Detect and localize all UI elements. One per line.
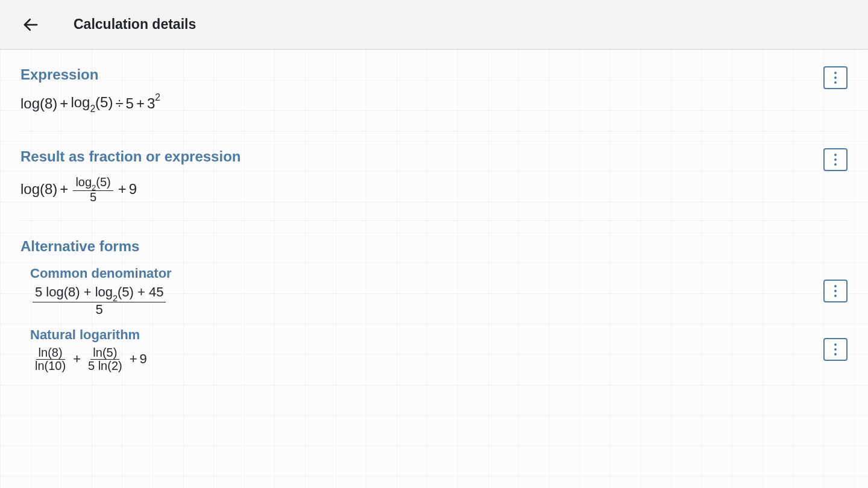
- natural-log-math: ln(8) ln(10) + ln(5) 5 ln(2) + 9: [30, 346, 848, 372]
- res-frac-num: log2(5): [73, 176, 113, 192]
- expr-three-sq: 32: [147, 95, 160, 113]
- app-header: Calculation details: [0, 0, 868, 49]
- page-title: Calculation details: [74, 16, 196, 33]
- common-denominator-menu-button[interactable]: [823, 280, 848, 302]
- section-result: Result as fraction or expression log(8) …: [20, 131, 848, 222]
- alt-natural-log: Natural logarithm ln(8) ln(10) + ln(5) 5…: [20, 327, 848, 372]
- expr-plus2: +: [134, 95, 147, 113]
- res-plus2: +: [116, 181, 129, 198]
- nl-plus1: +: [71, 351, 83, 367]
- more-vertical-icon: [834, 343, 837, 346]
- res-log8: log(8): [20, 181, 57, 198]
- alternative-heading: Alternative forms: [20, 238, 848, 255]
- common-denominator-heading: Common denominator: [30, 266, 848, 281]
- cd-num: 5 log(8) + log2(5) + 45: [33, 285, 166, 302]
- common-denominator-math: 5 log(8) + log2(5) + 45 5: [30, 285, 848, 316]
- section-expression: Expression log(8) + log2(5) ÷ 5 + 32: [20, 49, 848, 131]
- res-fraction: log2(5) 5: [73, 176, 113, 204]
- more-vertical-icon: [834, 154, 837, 156]
- nl-plus2: +: [127, 351, 140, 367]
- result-math: log(8) + log2(5) 5 + 9: [20, 176, 848, 204]
- natural-log-heading: Natural logarithm: [30, 327, 848, 343]
- natural-log-menu-button[interactable]: [823, 338, 848, 361]
- nl-nine: 9: [140, 351, 147, 367]
- expr-five: 5: [126, 95, 134, 113]
- result-heading: Result as fraction or expression: [20, 148, 848, 165]
- expr-div: ÷: [113, 95, 125, 113]
- expr-log2-5: log2(5): [71, 94, 113, 114]
- res-frac-den: 5: [87, 191, 99, 204]
- res-nine: 9: [129, 181, 137, 198]
- expr-plus1: +: [57, 95, 71, 113]
- more-vertical-icon: [834, 285, 837, 287]
- res-plus1: +: [57, 181, 71, 198]
- expression-math: log(8) + log2(5) ÷ 5 + 32: [20, 94, 848, 114]
- more-vertical-icon: [834, 72, 837, 74]
- cd-den: 5: [93, 302, 105, 316]
- section-alternative: Alternative forms Common denominator 5 l…: [20, 221, 848, 389]
- nl-frac1: ln(8) ln(10): [33, 346, 68, 372]
- nl-frac2: ln(5) 5 ln(2): [86, 346, 125, 372]
- expression-heading: Expression: [20, 66, 848, 83]
- alt-common-denominator: Common denominator 5 log(8) + log2(5) + …: [20, 266, 848, 316]
- expression-menu-button[interactable]: [823, 66, 848, 89]
- result-menu-button[interactable]: [823, 148, 848, 171]
- arrow-left-icon: [22, 16, 40, 34]
- content-area: Expression log(8) + log2(5) ÷ 5 + 32 Res…: [0, 49, 868, 389]
- cd-fraction: 5 log(8) + log2(5) + 45 5: [33, 285, 166, 316]
- expr-log8: log(8): [20, 95, 57, 113]
- back-button[interactable]: [20, 14, 41, 35]
